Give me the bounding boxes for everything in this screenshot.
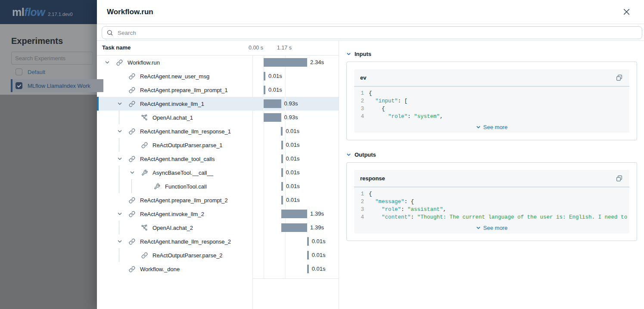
expand-chevron-button[interactable] — [104, 59, 111, 66]
span-row[interactable]: ReActAgent.prepare_llm_prompt_10.01s — [97, 83, 339, 97]
section-header-outputs[interactable]: Outputs — [346, 151, 637, 158]
see-more-label: See more — [483, 124, 507, 130]
expand-chevron-button[interactable] — [116, 155, 123, 162]
duration-bar[interactable] — [264, 86, 265, 94]
span-row[interactable]: Workflow._done0.01s — [97, 262, 339, 276]
chevron-down-icon — [476, 125, 481, 130]
link-icon — [129, 238, 135, 245]
duration-bar[interactable] — [281, 210, 307, 218]
modal-content: Task name 0.00 s 1.17 s Workflow.run2.34… — [97, 41, 644, 309]
code-text: { — [369, 90, 629, 97]
timeline-gridline — [264, 262, 264, 276]
span-row[interactable]: OpenAI.achat_21.39s — [97, 221, 339, 235]
line-number: 3 — [354, 206, 369, 213]
experiment-item-label: MLflow LlamaIndex Work — [28, 83, 90, 89]
see-more-link[interactable]: See more — [354, 121, 629, 133]
code-text: { — [369, 105, 629, 113]
close-button[interactable] — [622, 7, 631, 17]
code-text: "role": "system", — [369, 113, 629, 121]
line-number: 1 — [354, 190, 369, 198]
duration-bar[interactable] — [281, 196, 283, 204]
duration-label: 0.01s — [312, 235, 326, 248]
expand-chevron-button[interactable] — [116, 210, 123, 217]
checkbox-unchecked[interactable] — [16, 68, 22, 75]
span-row[interactable]: ReActOutputParser.parse_20.01s — [97, 248, 339, 262]
span-row[interactable]: ReActOutputParser.parse_10.01s — [97, 138, 339, 152]
duration-label: 0.01s — [286, 138, 300, 152]
code-lines: 1{2 "message": {3 "role": "assistant",4 … — [354, 187, 629, 222]
span-row[interactable]: ReActAgent.invoke_llm_21.39s — [97, 207, 339, 221]
model-icon-wrap — [141, 114, 148, 121]
duration-bar[interactable] — [307, 251, 309, 260]
copy-button[interactable] — [615, 174, 623, 183]
duration-bar[interactable] — [281, 154, 283, 163]
mlflow-logo: ml — [12, 6, 24, 19]
line-number: 1 — [354, 90, 369, 97]
span-label: OpenAI.achat_1 — [152, 114, 193, 121]
expand-chevron-button[interactable] — [116, 238, 123, 245]
timeline-gridline — [264, 193, 264, 207]
tree-indent-guide — [119, 248, 119, 262]
duration-bar[interactable] — [264, 72, 265, 80]
copy-button[interactable] — [615, 74, 623, 82]
duration-bar[interactable] — [264, 58, 307, 67]
span-row[interactable]: ReActAgent.handle_llm_response_10.01s — [97, 124, 339, 138]
tree-indent-guide — [119, 179, 119, 193]
span-row[interactable]: ReActAgent.invoke_llm_10.93s — [97, 97, 339, 111]
duration-label: 0.01s — [312, 248, 326, 262]
span-search-input[interactable] — [117, 29, 638, 37]
chevron-down-icon — [105, 60, 110, 65]
mlflow-logo-flow: flow — [24, 6, 45, 19]
timeline-gridline — [285, 262, 286, 276]
duration-bar[interactable] — [264, 113, 281, 122]
span-row[interactable]: FunctionTool.call0.01s — [97, 179, 339, 193]
duration-label: 2.34s — [310, 56, 324, 69]
duration-bar[interactable] — [281, 127, 283, 136]
span-row[interactable]: ReActAgent.handle_llm_response_20.01s — [97, 235, 339, 248]
experiments-search-input[interactable] — [11, 52, 93, 65]
experiment-item-llamaindex[interactable]: MLflow LlamaIndex Work — [11, 79, 103, 92]
span-row[interactable]: AsyncBaseTool.__call__0.01s — [97, 166, 339, 179]
see-more-label: See more — [483, 225, 507, 231]
chevron-down-icon — [130, 170, 135, 175]
span-name-cell: Workflow._done — [97, 262, 252, 276]
duration-bar[interactable] — [281, 141, 283, 149]
model-icon-wrap — [141, 224, 148, 231]
section-header-inputs[interactable]: Inputs — [346, 50, 637, 57]
span-row[interactable]: Workflow.run2.34s — [97, 56, 339, 69]
span-timeline-cell: 0.01s — [252, 124, 339, 138]
checkbox-checked[interactable] — [16, 82, 22, 89]
experiment-item-default[interactable]: Default — [11, 65, 103, 78]
span-name-cell: AsyncBaseTool.__call__ — [97, 166, 252, 179]
code-line: 4 "content": "Thought: The current langu… — [354, 213, 629, 221]
span-label: ReActAgent.invoke_llm_2 — [140, 211, 204, 217]
span-timeline-cell: 0.93s — [252, 97, 339, 111]
duration-bar[interactable] — [281, 168, 283, 177]
duration-bar[interactable] — [307, 237, 309, 246]
duration-bar[interactable] — [264, 99, 281, 108]
expand-chevron-button[interactable] — [129, 169, 136, 176]
code-text: "role": "assistant", — [369, 206, 629, 213]
code-block-title: response — [360, 175, 385, 182]
timeline-gridline — [285, 83, 286, 97]
timeline-gridline — [264, 138, 264, 152]
expand-chevron-button[interactable] — [116, 128, 123, 135]
see-more-link[interactable]: See more — [354, 222, 629, 233]
duration-bar[interactable] — [281, 182, 283, 191]
link-icon — [129, 101, 135, 107]
experiments-heading: Experiments — [11, 36, 63, 46]
span-name-cell: FunctionTool.call — [97, 179, 252, 193]
span-row[interactable]: ReActAgent.new_user_msg0.01s — [97, 69, 339, 83]
span-row[interactable]: ReActAgent.handle_tool_calls0.01s — [97, 152, 339, 166]
span-name-cell: ReActAgent.invoke_llm_1 — [97, 97, 252, 111]
code-text: "message": { — [369, 198, 629, 206]
duration-bar[interactable] — [281, 223, 307, 232]
expand-chevron-button[interactable] — [116, 100, 123, 107]
line-number: 4 — [354, 213, 369, 221]
duration-bar[interactable] — [307, 265, 309, 273]
link-icon — [129, 266, 135, 272]
modal-title: Workflow.run — [107, 8, 153, 16]
span-search-box[interactable] — [102, 26, 642, 39]
span-row[interactable]: OpenAI.achat_10.93s — [97, 111, 339, 124]
span-row[interactable]: ReActAgent.prepare_llm_prompt_20.01s — [97, 193, 339, 207]
